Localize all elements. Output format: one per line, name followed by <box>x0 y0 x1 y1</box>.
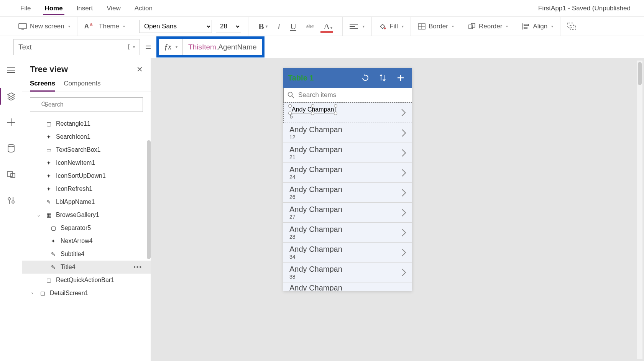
plus-icon <box>7 118 15 126</box>
border-button[interactable]: Border ▾ <box>418 23 454 30</box>
text-align-icon <box>350 23 358 30</box>
gallery-item[interactable]: Andy Champan24 <box>283 163 412 183</box>
gallery-item[interactable]: Andy Champan38 <box>283 263 412 282</box>
gallery-item[interactable]: Andy Champan12 <box>283 123 412 143</box>
tree-item-iconrefresh1[interactable]: ✦IconRefresh1 <box>22 182 151 195</box>
gallery-item[interactable]: Andy Champan34 <box>283 243 412 263</box>
property-select[interactable]: Text I ▾ <box>13 39 140 55</box>
panel-title: Tree view <box>30 64 68 74</box>
menu-action[interactable]: Action <box>128 0 159 16</box>
tree-label: IconNewItem1 <box>56 159 95 166</box>
tree-item-rectangle11[interactable]: ▢Rectangle11 <box>22 117 151 130</box>
formula-input[interactable]: ThisItem.AgentName <box>183 43 262 51</box>
align-label: Align <box>533 23 547 30</box>
gallery-item[interactable]: Andy Champan26 <box>283 183 412 203</box>
chevron-right-icon[interactable] <box>401 248 407 257</box>
app-header: Table 1 <box>283 68 412 88</box>
chevron-right-icon[interactable] <box>401 268 407 277</box>
formula-bar: Text I ▾ = ƒx ▾ ThisItem.AgentName <box>0 36 644 58</box>
tree-item-lblappname1[interactable]: ✎LblAppName1 <box>22 195 151 208</box>
fill-button[interactable]: Fill ▾ <box>379 23 404 30</box>
chevron-down-icon: ▾ <box>363 24 365 28</box>
tree-view-panel: Tree view ✕ Screens Components ▢Rectangl… <box>22 58 151 361</box>
strikethrough-button[interactable]: abc <box>303 23 317 30</box>
rail-media[interactable] <box>5 168 17 180</box>
label-icon: ✎ <box>45 199 52 205</box>
svg-line-29 <box>45 105 47 107</box>
chevron-right-icon[interactable] <box>401 149 407 157</box>
italic-button[interactable]: I <box>274 21 283 31</box>
new-screen-button[interactable]: New screen ▾ <box>18 23 70 30</box>
tab-components[interactable]: Components <box>64 80 100 92</box>
chevron-right-icon[interactable] <box>401 228 407 237</box>
rail-insert[interactable] <box>5 116 17 128</box>
gallery-item[interactable]: Andy Champan21 <box>283 143 412 163</box>
align-button[interactable]: Align ▾ <box>522 23 553 30</box>
tab-screens[interactable]: Screens <box>30 80 55 92</box>
app-preview[interactable]: Table 1 Andy Champan 5 <box>283 68 412 291</box>
chevron-right-icon[interactable] <box>401 129 407 137</box>
expand-icon[interactable]: › <box>31 290 33 296</box>
label-icon: ✎ <box>50 251 57 258</box>
tree-item-separator5[interactable]: ▢Separator5 <box>22 222 151 235</box>
underline-button[interactable]: U <box>287 21 299 31</box>
group-icon <box>567 23 576 30</box>
gallery-item[interactable]: Andy Champan28 <box>283 223 412 243</box>
refresh-icon[interactable] <box>361 74 372 82</box>
menu-file[interactable]: File <box>13 0 38 16</box>
menu-view[interactable]: View <box>100 0 128 16</box>
svg-point-26 <box>8 198 10 200</box>
chevron-right-icon[interactable] <box>401 108 406 117</box>
equals-sign: = <box>140 41 156 53</box>
tree-item-textsearchbox1[interactable]: ▭TextSearchBox1 <box>22 143 151 156</box>
tree-item-title4[interactable]: ✎Title4••• <box>22 261 151 274</box>
chevron-down-icon: ▾ <box>452 24 454 28</box>
app-search-box[interactable] <box>283 88 412 102</box>
tree-item-nextarrow4[interactable]: ✦NextArrow4 <box>22 235 151 248</box>
font-color-button[interactable]: A▾ <box>320 21 335 31</box>
chevron-right-icon[interactable] <box>401 208 407 217</box>
canvas[interactable]: Table 1 Andy Champan 5 <box>151 58 644 361</box>
gallery-item[interactable]: Andy Champan <box>283 282 412 291</box>
menu-insert[interactable]: Insert <box>70 0 100 16</box>
app-title: FirstApp1 - Saved (Unpublished <box>538 5 631 12</box>
tree-item-searchicon1[interactable]: ✦SearchIcon1 <box>22 130 151 143</box>
fx-button[interactable]: ƒx ▾ <box>159 39 183 55</box>
rail-tree-view[interactable] <box>5 90 17 102</box>
reorder-icon <box>468 23 476 30</box>
tree-label: TextSearchBox1 <box>56 146 101 153</box>
icon-group-icon: ✦ <box>45 133 52 140</box>
font-size-select[interactable]: 28 <box>216 20 241 33</box>
tree-item-iconsortupdown1[interactable]: ✦IconSortUpDown1 <box>22 169 151 182</box>
tree-item-iconnewitem1[interactable]: ✦IconNewItem1 <box>22 156 151 169</box>
rail-advanced[interactable] <box>5 194 17 207</box>
align-text-button[interactable] <box>350 23 358 30</box>
tree-item-browsegallery1[interactable]: ⌄▦BrowseGallery1 <box>22 208 151 222</box>
sort-icon[interactable] <box>379 74 390 82</box>
group-button[interactable] <box>567 23 576 30</box>
canvas-scrollbar[interactable] <box>637 61 642 359</box>
tree-item-detailscreen1[interactable]: ›▢DetailScreen1 <box>22 287 151 300</box>
theme-button[interactable]: Aa Theme ▾ <box>84 23 125 30</box>
gallery-item[interactable]: Andy Champan27 <box>283 203 412 223</box>
app-search-input[interactable] <box>298 91 408 99</box>
tree-item-subtitle4[interactable]: ✎Subtitle4 <box>22 248 151 261</box>
expand-icon[interactable]: ⌄ <box>37 212 41 218</box>
title-label-selected[interactable]: Andy Champan <box>290 106 336 113</box>
reorder-button[interactable]: Reorder ▾ <box>468 23 508 30</box>
gallery-item-selected[interactable]: Andy Champan 5 <box>283 102 412 123</box>
chevron-right-icon[interactable] <box>401 189 407 197</box>
font-select[interactable]: Open Sans <box>139 20 212 33</box>
more-button[interactable]: ••• <box>133 264 142 271</box>
layers-icon <box>7 92 15 100</box>
menu-home[interactable]: Home <box>38 0 69 16</box>
bold-button[interactable]: B▾ <box>255 21 271 31</box>
tree-item-rectquickactionbar1[interactable]: ▢RectQuickActionBar1 <box>22 274 151 287</box>
add-icon[interactable] <box>397 74 407 82</box>
close-panel-button[interactable]: ✕ <box>136 65 143 74</box>
rail-hamburger[interactable] <box>5 64 17 76</box>
svg-rect-10 <box>471 23 475 27</box>
shape-icon: ▢ <box>50 225 57 231</box>
chevron-right-icon[interactable] <box>401 169 407 177</box>
rail-data[interactable] <box>5 142 17 154</box>
